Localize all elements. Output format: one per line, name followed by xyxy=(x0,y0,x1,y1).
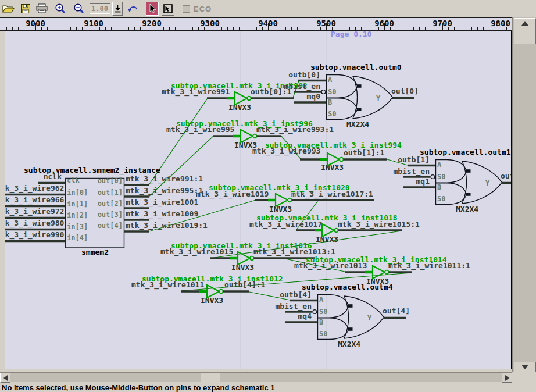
net-label[interactable]: mtk_3_i_wire962 xyxy=(5,184,64,193)
zoom-out-button[interactable] xyxy=(72,2,86,16)
net-label[interactable]: mq0 xyxy=(307,92,321,101)
block-pin[interactable]: out[0] xyxy=(98,177,123,185)
net-label[interactable]: mtk_3_i_wire1001 xyxy=(126,198,198,207)
vertical-scrollbar[interactable] xyxy=(512,17,536,372)
net-label[interactable]: mtk_3_i_wire1011 xyxy=(131,280,204,290)
net-label[interactable]: outb[1]:1 xyxy=(344,148,385,157)
scroll-left-button[interactable] xyxy=(0,373,10,383)
mux-pin[interactable]: S0 xyxy=(328,88,336,96)
net-label[interactable]: out[1] xyxy=(501,172,511,180)
net-label[interactable]: mtk_3_i_wire995:1 xyxy=(126,186,203,195)
net-label[interactable]: mtk_3_i_wire991 xyxy=(162,87,230,97)
block-pin[interactable]: clk xyxy=(67,176,80,184)
schematic-canvas[interactable]: Page 0.10 subtop.vmacell.smmem2_instance… xyxy=(5,31,512,369)
net-label[interactable]: out[0] xyxy=(391,87,419,95)
net-label[interactable]: mbist_en xyxy=(393,167,430,176)
zoom-in-button[interactable] xyxy=(53,2,67,16)
inverter-bubble[interactable] xyxy=(247,97,251,101)
inverter-bubble[interactable] xyxy=(340,158,344,162)
net-label[interactable]: outb[1] xyxy=(398,155,430,164)
block-pin[interactable]: out[1] xyxy=(98,188,123,197)
mux-s0-bubble[interactable] xyxy=(313,310,317,314)
select-pointer-button[interactable] xyxy=(146,2,159,16)
block-pin[interactable]: in[0] xyxy=(67,188,88,197)
instance-title[interactable]: subtop.vmacell.outm0 xyxy=(310,63,402,72)
net-label[interactable]: mtk_3_i_wire993:1 xyxy=(256,125,334,134)
mux-pin[interactable]: B xyxy=(319,318,323,326)
trace-pointer-button[interactable] xyxy=(162,2,174,16)
net-label[interactable]: mtk_3_i_wire1019:1 xyxy=(126,221,208,230)
net-label[interactable]: mbist_en xyxy=(284,82,320,91)
net-label[interactable]: mtk_3_i_wire1019 xyxy=(196,190,269,199)
mux-pin[interactable]: S0 xyxy=(319,330,327,338)
net-label[interactable]: mtk_3_i_wire972 xyxy=(5,207,64,216)
block-pin[interactable]: in[3] xyxy=(67,223,88,231)
scroll-right-button[interactable] xyxy=(502,373,512,383)
horizontal-scroll-thumb[interactable] xyxy=(201,373,220,382)
block-pin[interactable]: out[4] xyxy=(98,222,123,230)
net-label[interactable]: mtk_3_i_wire990 xyxy=(5,230,65,240)
mux-pin[interactable]: S0 xyxy=(437,173,445,181)
net-label[interactable]: mtk_3_i_wire1017 xyxy=(249,220,322,229)
net-label[interactable]: mtk_3_i_wire1015 xyxy=(160,247,233,256)
net-label[interactable]: mtk_3_i_wire993 xyxy=(252,147,320,156)
mux-pin[interactable]: A xyxy=(437,161,442,169)
net-label[interactable]: mtk_3_i_wire995 xyxy=(166,125,234,134)
net-label[interactable]: mtk_3_i_wire966 xyxy=(5,195,65,205)
net-label[interactable]: outb[0] xyxy=(288,70,320,79)
block-pin[interactable]: out[3] xyxy=(98,211,123,219)
mux-pin[interactable]: Y xyxy=(367,314,372,322)
open-button[interactable] xyxy=(1,2,15,16)
net-label[interactable]: outb[4] xyxy=(280,290,312,299)
net-label[interactable]: mtk_3_i_wire980 xyxy=(5,219,65,228)
net-label[interactable]: outb[4]:1 xyxy=(224,280,266,289)
net-label[interactable]: mq4 xyxy=(298,312,312,320)
mux-or-body[interactable] xyxy=(462,161,502,204)
inverter-bubble[interactable] xyxy=(334,229,338,233)
zoom-fit-button[interactable] xyxy=(112,2,123,16)
inverter-bubble[interactable] xyxy=(253,134,257,138)
schematic-svg[interactable]: Page 0.10 subtop.vmacell.smmem2_instance… xyxy=(5,31,511,369)
mux-pin[interactable]: A xyxy=(319,295,324,304)
net-label[interactable]: mq1 xyxy=(416,177,430,186)
block-pin[interactable]: in[1] xyxy=(67,200,88,208)
net-label[interactable]: mtk_3_i_wire1017:1 xyxy=(291,190,373,199)
mux-pin[interactable]: Y xyxy=(376,94,381,102)
mux-pin[interactable]: Y xyxy=(485,179,490,187)
scroll-down-button[interactable] xyxy=(514,362,536,372)
eco-checkbox[interactable] xyxy=(183,5,190,13)
mux-pin[interactable]: S0 xyxy=(328,110,336,118)
scroll-up-button[interactable] xyxy=(514,18,536,28)
block-pin[interactable]: in[4] xyxy=(67,234,88,242)
net-label[interactable]: mtk_3_i_wire1011:1 xyxy=(388,261,470,270)
inverter-bubble[interactable] xyxy=(250,256,254,261)
inverter-bubble[interactable] xyxy=(219,290,223,294)
block-pin[interactable]: in[2] xyxy=(67,211,88,219)
inverter-bubble[interactable] xyxy=(385,270,389,275)
net-label[interactable]: mtk_3_i_wire1015:1 xyxy=(338,220,420,229)
instance-title[interactable]: subtop.vmacell.outm1 xyxy=(420,148,511,156)
inverter-bubble[interactable] xyxy=(288,198,292,202)
mux-s0-bubble[interactable] xyxy=(431,175,435,179)
zoom-level-input[interactable] xyxy=(90,3,110,14)
net-label[interactable]: nclk xyxy=(44,172,62,181)
net-label[interactable]: mtk_3_i_wire1009 xyxy=(126,209,198,219)
vertical-scroll-thumb[interactable] xyxy=(514,28,536,44)
mux-or-body[interactable] xyxy=(344,296,384,338)
mux-s0-bubble[interactable] xyxy=(321,90,326,94)
save-button[interactable] xyxy=(19,2,33,16)
print-button[interactable] xyxy=(35,2,49,16)
net-label[interactable]: mbist_en xyxy=(275,302,312,311)
mux-pin[interactable]: S0 xyxy=(437,195,445,203)
net-label[interactable]: mtk_3_i_wire1013 xyxy=(294,261,367,270)
mux-pin[interactable]: B xyxy=(328,98,332,106)
mux-or-body[interactable] xyxy=(353,76,393,119)
instance-title[interactable]: subtop.vmacell.outm4 xyxy=(302,283,393,291)
horizontal-scrollbar[interactable] xyxy=(0,372,512,382)
block-pin[interactable]: out[2] xyxy=(98,199,123,208)
mux-pin[interactable]: A xyxy=(328,76,333,84)
undo-button[interactable] xyxy=(126,2,140,16)
net-label[interactable]: out[4] xyxy=(383,307,410,315)
net-label[interactable]: mtk_3_i_wire991:1 xyxy=(126,174,203,184)
mux-pin[interactable]: B xyxy=(437,183,441,191)
